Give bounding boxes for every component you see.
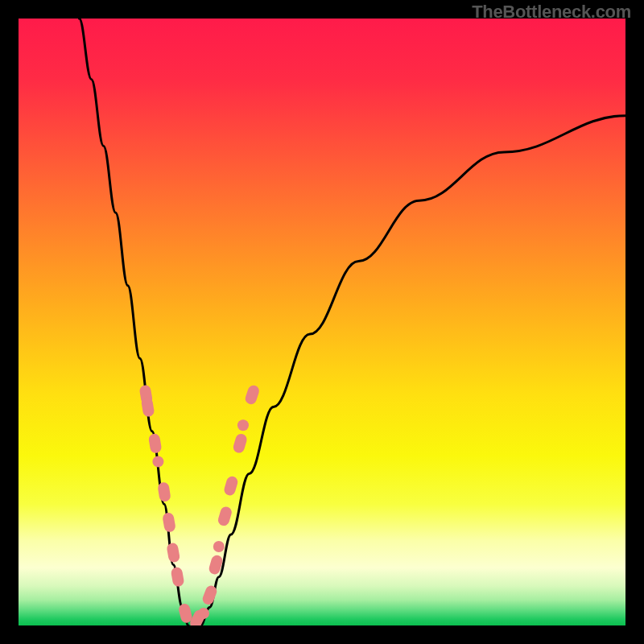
plot-area — [19, 19, 625, 625]
chart-root: TheBottleneck.com — [0, 0, 644, 644]
marker-pill — [157, 481, 171, 502]
marker-pill — [141, 397, 155, 418]
marker-dot — [237, 419, 249, 431]
watermark-text: TheBottleneck.com — [472, 2, 631, 23]
marker-dot — [213, 541, 225, 552]
curves-layer — [19, 19, 625, 625]
marker-pill — [217, 506, 233, 527]
marker-dot — [198, 608, 209, 619]
marker-dot — [152, 456, 163, 467]
curve-right-curve — [200, 116, 625, 625]
marker-pill — [148, 433, 163, 454]
marker-pill — [171, 567, 185, 588]
curve-left-curve — [79, 19, 188, 625]
marker-pill — [166, 542, 180, 563]
marker-pill — [244, 384, 261, 406]
marker-pill — [232, 432, 248, 454]
marker-pill — [162, 512, 176, 533]
marker-pill — [223, 475, 239, 497]
marker-group — [138, 384, 260, 625]
curve-paths — [79, 19, 625, 625]
